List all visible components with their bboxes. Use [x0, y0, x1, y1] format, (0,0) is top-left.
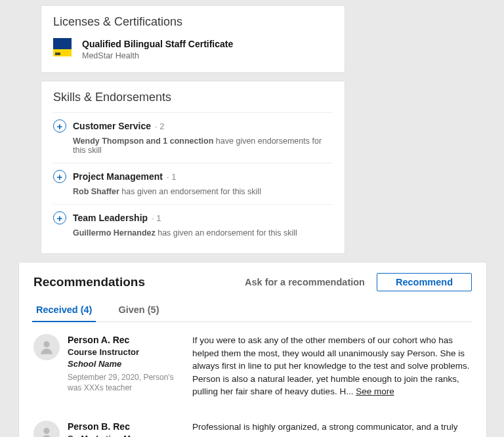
- endorse-plus-icon[interactable]: +: [53, 119, 66, 133]
- recommender-role: Course Instructor: [68, 346, 179, 358]
- recommendation-body: If you were to ask any of the other memb…: [192, 334, 472, 398]
- recommendations-card: Recommendations Ask for a recommendation…: [18, 262, 487, 437]
- tab-received[interactable]: Received (4): [33, 299, 94, 322]
- endorser-name: Guillermo Hernandez: [73, 228, 156, 238]
- recommender-name[interactable]: Person B. Rec: [68, 421, 179, 433]
- recommendation-tabs: Received (4) Given (5): [33, 299, 472, 322]
- endorsement-line: Wendy Thompson and 1 connection have giv…: [73, 136, 333, 155]
- recommendations-title: Recommendations: [33, 275, 145, 289]
- licenses-card: Licenses & Certifications Qualified Bili…: [41, 5, 345, 73]
- avatar-placeholder-icon[interactable]: [33, 334, 60, 360]
- recommendation-meta: Person B. Rec Sr. Marketing Manager Comp…: [68, 421, 179, 437]
- skill-row: + Customer Service · 2 Wendy Thompson an…: [53, 112, 333, 163]
- skill-count: · 2: [155, 121, 164, 131]
- skill-head: + Team Leadership · 1: [53, 211, 333, 224]
- recommender-company: School Name: [68, 358, 179, 370]
- endorser-name: Rob Shaffer: [73, 187, 119, 196]
- recommendation-item: Person B. Rec Sr. Marketing Manager Comp…: [33, 409, 472, 437]
- certification-title: Qualified Bilingual Staff Certificate: [82, 38, 233, 50]
- skills-card: Skills & Endorsements + Customer Service…: [41, 81, 345, 254]
- recommendation-text: Professional is highly organized, a stro…: [192, 422, 467, 437]
- skill-name[interactable]: Customer Service: [73, 121, 151, 131]
- svg-point-0: [43, 341, 49, 347]
- skill-row: + Team Leadership · 1 Guillermo Hernande…: [53, 204, 333, 245]
- recommendations-header: Recommendations Ask for a recommendation…: [33, 273, 472, 291]
- ask-recommendation-link[interactable]: Ask for a recommendation: [245, 277, 365, 287]
- skill-name[interactable]: Team Leadership: [73, 213, 148, 223]
- endorsement-line: Rob Shaffer has given an endorsement for…: [73, 187, 333, 196]
- endorse-plus-icon[interactable]: +: [53, 211, 66, 224]
- medstar-logo-icon: [53, 38, 72, 56]
- licenses-title: Licenses & Certifications: [53, 15, 333, 29]
- recommender-role: Sr. Marketing Manager: [68, 433, 179, 437]
- avatar-placeholder-icon[interactable]: [33, 421, 60, 437]
- certification-org: MedStar Health: [82, 51, 233, 60]
- recommendation-left: Person A. Rec Course Instructor School N…: [33, 334, 192, 398]
- recommendation-text: If you were to ask any of the other memb…: [192, 335, 469, 396]
- skill-name[interactable]: Project Management: [73, 171, 163, 182]
- see-more-link[interactable]: See more: [356, 386, 394, 396]
- skills-title: Skills & Endorsements: [53, 91, 333, 104]
- recommendation-left: Person B. Rec Sr. Marketing Manager Comp…: [33, 421, 192, 437]
- recommendation-body: Professional is highly organized, a stro…: [192, 421, 472, 437]
- certification-text: Qualified Bilingual Staff Certificate Me…: [82, 38, 233, 60]
- recommendation-meta: Person A. Rec Course Instructor School N…: [68, 334, 179, 398]
- certification-row[interactable]: Qualified Bilingual Staff Certificate Me…: [53, 38, 333, 60]
- recommend-button[interactable]: Recommend: [377, 273, 472, 291]
- recommender-name[interactable]: Person A. Rec: [68, 334, 179, 346]
- endorsement-tail: has given an endorsement for this skill: [119, 187, 261, 196]
- recommendation-subtext: September 29, 2020, Person's was XXXs te…: [68, 372, 179, 393]
- skill-head: + Customer Service · 2: [53, 119, 333, 133]
- svg-point-1: [43, 428, 49, 434]
- endorsement-line: Guillermo Hernandez has given an endorse…: [73, 228, 333, 238]
- skill-row: + Project Management · 1 Rob Shaffer has…: [53, 163, 333, 204]
- endorsement-tail: has given an endorsement for this skill: [156, 228, 297, 238]
- tab-given[interactable]: Given (5): [116, 299, 161, 322]
- endorse-plus-icon[interactable]: +: [53, 170, 66, 183]
- skill-count: · 1: [152, 213, 161, 223]
- skill-head: + Project Management · 1: [53, 170, 333, 183]
- recommendations-actions: Ask for a recommendation Recommend: [245, 273, 472, 291]
- skill-count: · 1: [167, 172, 176, 182]
- endorser-name: Wendy Thompson and 1 connection: [73, 136, 213, 146]
- recommendation-item: Person A. Rec Course Instructor School N…: [33, 322, 472, 409]
